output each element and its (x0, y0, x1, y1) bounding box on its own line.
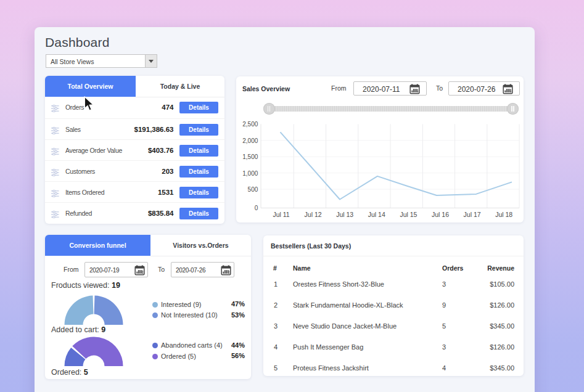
svg-text:Jul 18: Jul 18 (495, 211, 512, 218)
svg-text:2,000: 2,000 (242, 137, 258, 144)
svg-text:2,500: 2,500 (242, 121, 258, 128)
svg-text:Jul 13: Jul 13 (336, 211, 353, 218)
svg-text:Jul 14: Jul 14 (368, 211, 385, 218)
svg-text:1,000: 1,000 (242, 170, 258, 177)
svg-text:500: 500 (248, 186, 258, 193)
svg-text:Jul 12: Jul 12 (305, 211, 322, 218)
svg-text:Jul 17: Jul 17 (464, 211, 481, 218)
svg-text:Jul 16: Jul 16 (432, 211, 449, 218)
svg-text:Jul 15: Jul 15 (400, 211, 417, 218)
svg-text:1,500: 1,500 (242, 153, 258, 160)
svg-text:0: 0 (255, 205, 258, 211)
svg-text:Jul 11: Jul 11 (273, 211, 289, 218)
